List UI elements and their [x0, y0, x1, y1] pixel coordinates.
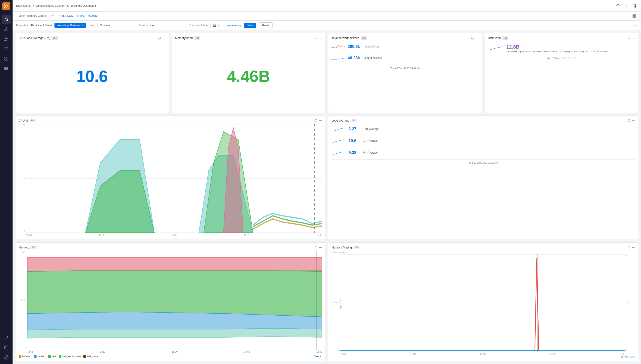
load-15m-chart	[331, 126, 345, 132]
event-overlay-button[interactable]: Event overlay	[225, 24, 241, 27]
breadcrumb-separator-icon	[32, 4, 35, 7]
tab-more-icon[interactable]: •••	[50, 14, 55, 18]
ellipsis-icon-network[interactable]	[475, 36, 479, 40]
paging-x-labels: 14:58 14:59 15:00 15:01 15:02	[340, 353, 625, 355]
bell-icon-cpu-pct[interactable]	[314, 119, 318, 122]
card-paging-actions	[627, 246, 635, 249]
svg-rect-25	[213, 24, 216, 27]
memory-badge: 10s	[31, 246, 37, 249]
paging-subtitle: Page swaps/sec	[331, 251, 635, 254]
add-icon[interactable]	[623, 3, 629, 9]
workshop-attendee-chip[interactable]: Workshop Attendee ✕	[55, 23, 86, 28]
paging-y-right: 1 0.500 0	[626, 254, 635, 355]
svg-point-31	[321, 38, 322, 38]
bell-icon-disk[interactable]	[627, 36, 630, 40]
breadcrumb-otel[interactable]: OpenTelemetry Contrib	[36, 4, 64, 8]
bell-icon-paging[interactable]	[627, 246, 630, 249]
paging-y-left-05: 0.500	[331, 302, 339, 304]
sidebar-item-alerts[interactable]	[2, 333, 11, 342]
more-options-icon[interactable]: •••	[632, 23, 637, 28]
svg-point-2	[5, 30, 5, 31]
svg-point-29	[319, 38, 320, 38]
cpu-pct-chart-container: 100 50 0	[19, 124, 322, 236]
cpu-pct-svg	[26, 124, 322, 233]
slab-unre-label: slab_unre...	[87, 355, 100, 358]
ellipsis-icon-memory[interactable]	[319, 36, 322, 40]
ellipsis-icon[interactable]	[162, 36, 166, 40]
sidebar-item-infrastructure[interactable]	[2, 64, 11, 73]
bell-icon-network[interactable]	[471, 36, 474, 40]
sidebar-item-list[interactable]	[2, 44, 11, 53]
paging-left-axis-label: Page in - RED	[339, 296, 342, 310]
network-badge: 10s	[361, 36, 367, 40]
svg-point-63	[634, 247, 634, 248]
svg-rect-11	[5, 57, 6, 58]
load-title: Load average	[331, 119, 349, 122]
time-input[interactable]	[147, 22, 186, 28]
memory-used-value: 4.46B	[227, 64, 270, 89]
svg-point-52	[634, 120, 634, 121]
free-dot	[48, 355, 51, 358]
tab-expand-icon[interactable]	[631, 13, 637, 19]
y-label-0: 0	[19, 347, 27, 349]
svg-point-61	[632, 247, 633, 248]
memory-used-value-container: 4.46B	[175, 42, 322, 110]
filter-input[interactable]	[98, 22, 136, 28]
ellipsis-icon-memory-chart[interactable]	[319, 246, 322, 249]
sidebar-item-dashboard[interactable]	[2, 54, 11, 63]
breadcrumb-dashboards[interactable]: Dashboards	[16, 4, 31, 8]
bell-icon-load[interactable]	[627, 119, 630, 122]
bookmark-icon[interactable]	[631, 3, 637, 9]
ellipsis-icon-disk[interactable]	[632, 36, 635, 40]
splunk-logo[interactable]	[2, 2, 11, 11]
load-15m-label: 15m Average	[363, 128, 379, 130]
bell-icon[interactable]	[158, 36, 161, 40]
disk-info-section: 12.8B /dev/xvda1 | / | ext4 used | ami-0…	[506, 43, 608, 53]
bell-icon-memory[interactable]	[314, 36, 318, 40]
reset-button[interactable]: Reset	[259, 22, 273, 28]
ellipsis-icon-paging[interactable]	[632, 246, 635, 249]
svg-rect-4	[6, 37, 7, 38]
memory-chart: 14:58 14:59 15:00 15:01 15:02	[27, 251, 322, 353]
tabbar: OpenTelemetry Contrib ••• OTEL CONTRIB D…	[13, 12, 641, 20]
y-label-100: 100	[19, 124, 25, 126]
y-label-bytes: Bytes	[19, 251, 27, 253]
breadcrumb-current: OTel Contrib Dashboard	[67, 4, 96, 8]
svg-point-27	[164, 38, 164, 38]
free-label: free	[52, 355, 56, 358]
paging-title: Memory Paging	[331, 246, 352, 249]
resolution-button[interactable]	[210, 22, 222, 28]
chip-close-icon[interactable]: ✕	[82, 24, 84, 27]
tab-otel-contrib[interactable]: OTEL CONTRIB DASHBOARD	[57, 12, 100, 20]
sidebar-item-settings[interactable]	[2, 353, 11, 362]
memory-legend: buffered cached free slab_reclaimable sl…	[19, 355, 322, 358]
legend-buffered: buffered	[19, 355, 31, 358]
tab-opentelemetry[interactable]: OpenTelemetry Contrib	[16, 12, 49, 20]
ellipsis-icon-load[interactable]	[632, 119, 635, 122]
paging-svg	[340, 254, 625, 352]
paging-x-1458: 14:58	[340, 353, 346, 355]
bell-icon-memory-chart[interactable]	[314, 246, 318, 249]
load-15m-value: 6.27	[348, 127, 360, 132]
card-cpu-pct-actions	[314, 119, 322, 122]
load-row-15m: 6.27 15m Average	[331, 126, 635, 132]
see-all-button[interactable]: See all	[314, 355, 322, 358]
save-button[interactable]: Save	[244, 22, 256, 28]
memory-y-axis: Bytes 18.6G 0	[19, 251, 27, 353]
sidebar-item-hierarchy[interactable]	[2, 34, 11, 44]
load-5m-chart	[331, 150, 345, 156]
svg-point-39	[320, 120, 321, 121]
buffered-label: buffered	[22, 355, 31, 358]
svg-point-26	[163, 38, 163, 38]
sidebar-item-detectors[interactable]	[2, 343, 11, 352]
sidebar-item-topology[interactable]	[2, 24, 11, 34]
sidebar	[0, 0, 13, 364]
cpu-load-title: CPU Load Average (1m)	[19, 36, 50, 40]
sidebar-item-home[interactable]	[2, 15, 11, 24]
ellipsis-icon-cpu-pct[interactable]	[319, 119, 322, 122]
x-label-1501: 15:01	[244, 234, 250, 236]
search-icon[interactable]	[615, 3, 621, 9]
paging-x-1501: 15:01	[550, 353, 555, 355]
output-mini-chart	[331, 54, 345, 61]
svg-rect-24	[633, 14, 636, 18]
